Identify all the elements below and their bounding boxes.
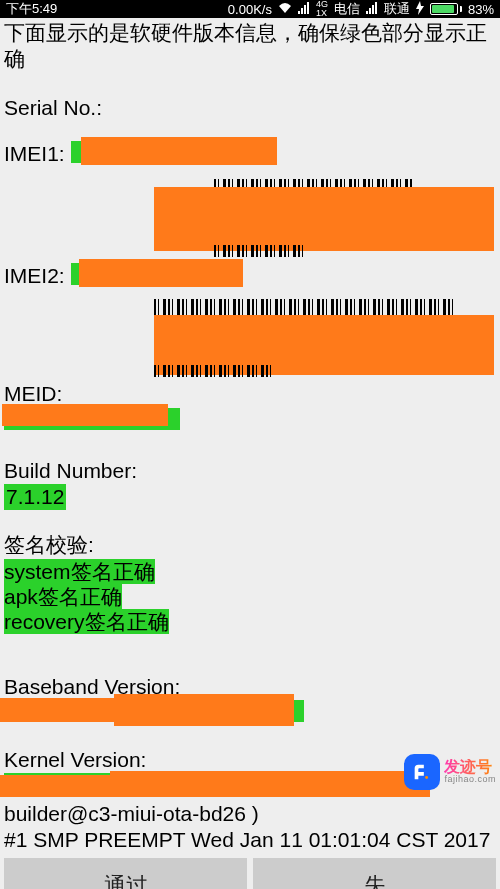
watermark-domain: fajihao.com (444, 775, 496, 784)
svg-point-0 (426, 776, 429, 779)
baseband-value-redacted (4, 700, 304, 722)
kernel-value-redacted (4, 773, 424, 795)
imei2-barcode-redacted (154, 299, 496, 377)
signature-apk: apk签名正确 (4, 584, 122, 609)
charging-icon (416, 1, 424, 18)
build-number-value: 7.1.12 (4, 484, 66, 510)
info-content: 下面显示的是软硬件版本信息，确保绿色部分显示正确 Serial No.: IME… (0, 18, 500, 854)
fail-button[interactable]: 失 (253, 858, 496, 889)
status-battery-pct: 83% (468, 2, 494, 17)
status-bar: 下午5:49 0.00K/s 4G1X 电信 联通 83% (0, 0, 500, 18)
signature-system: system签名正确 (4, 559, 155, 584)
signature-verify-label: 签名校验: (4, 532, 496, 558)
imei2-value-redacted (71, 263, 231, 285)
signature-recovery: recovery签名正确 (4, 609, 169, 634)
pass-button[interactable]: 通过 (4, 858, 247, 889)
signal-icon-1 (298, 2, 310, 17)
network-type-icon: 4G1X (316, 0, 328, 18)
watermark: 发迹号 fajihao.com (404, 754, 496, 790)
imei1-label: IMEI1: (4, 141, 71, 167)
build-number-label: Build Number: (4, 458, 496, 484)
kernel-build-time-line: #1 SMP PREEMPT Wed Jan 11 01:01:04 CST 2… (4, 827, 496, 853)
status-netspeed: 0.00K/s (228, 2, 272, 17)
imei1-barcode-redacted (154, 179, 496, 257)
button-row: 通过 失 (0, 854, 500, 889)
watermark-name: 发迹号 (444, 759, 496, 775)
status-carrier-2: 联通 (384, 0, 410, 18)
watermark-logo-icon (404, 754, 440, 790)
status-time: 下午5:49 (6, 0, 57, 18)
status-carrier-1: 电信 (334, 0, 360, 18)
imei1-value-redacted (71, 141, 231, 163)
kernel-builder-line: builder@c3-miui-ota-bd26 ) (4, 801, 496, 827)
wifi-icon (278, 2, 292, 17)
serial-no-label: Serial No.: (4, 95, 496, 121)
imei2-label: IMEI2: (4, 263, 71, 289)
battery-icon (430, 3, 462, 15)
meid-value-redacted (4, 408, 180, 430)
instruction-text: 下面显示的是软硬件版本信息，确保绿色部分显示正确 (4, 20, 496, 73)
signal-icon-2 (366, 2, 378, 17)
